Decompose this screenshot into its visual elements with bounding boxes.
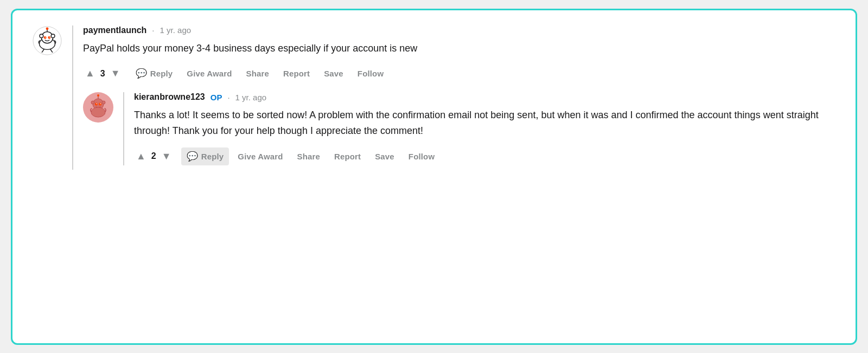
svg-point-3 [40,34,43,37]
comment-2-text: Thanks a lot! It seems to be sorted now!… [134,107,836,139]
upvote-btn-1[interactable]: ▲ [83,67,97,80]
report-btn-1[interactable]: Report [278,66,315,81]
timestamp-2: 1 yr. ago [235,93,267,102]
comment-2: kieranbrowne123 OP · 1 yr. ago Thanks a … [83,92,836,165]
reply-label-1: Reply [150,69,173,78]
follow-label-2: Follow [409,152,435,161]
svg-point-15 [95,103,98,106]
give-award-label-2: Give Award [238,152,283,161]
dot-2: · [227,93,229,102]
vote-area-2: ▲ 2 ▼ [134,150,174,163]
share-label-2: Share [297,152,320,161]
username-kieranbrowne123: kieranbrowne123 [134,92,205,102]
svg-point-5 [44,36,47,38]
reply-icon-2: 💬 [187,151,198,162]
save-btn-2[interactable]: Save [369,149,400,164]
svg-point-13 [91,101,94,104]
svg-point-7 [45,36,46,37]
downvote-btn-1[interactable]: ▼ [108,67,123,80]
share-btn-2[interactable]: Share [292,149,326,164]
svg-point-18 [100,104,101,105]
dot-1: · [152,25,154,35]
reply-btn-1[interactable]: 💬 Reply [130,65,178,82]
upvote-btn-2[interactable]: ▲ [134,150,148,163]
give-award-label-1: Give Award [187,69,232,78]
comment-1-text: PayPal holds your money 3-4 business day… [83,41,836,56]
avatar-kieranbrowne123 [83,92,113,123]
save-btn-1[interactable]: Save [318,66,349,81]
svg-point-21 [97,94,99,97]
comment-2-actions: ▲ 2 ▼ 💬 Reply Give Award [134,147,836,165]
vote-area-1: ▲ 3 ▼ [83,67,123,80]
svg-point-14 [102,101,105,104]
comment-1-actions: ▲ 3 ▼ 💬 Reply Give Award Share Report [83,65,836,82]
comment-1: paymentlaunch · 1 yr. ago PayPal holds y… [32,25,836,170]
svg-point-8 [49,36,50,37]
comments-card: paymentlaunch · 1 yr. ago PayPal holds y… [11,9,857,345]
follow-btn-2[interactable]: Follow [403,149,440,164]
vote-count-2: 2 [151,151,156,161]
svg-point-10 [46,27,49,30]
report-btn-2[interactable]: Report [329,149,366,164]
report-label-2: Report [334,152,361,161]
svg-point-19 [91,107,105,117]
reply-icon-1: 💬 [136,68,147,79]
share-btn-1[interactable]: Share [241,66,275,81]
avatar-paymentlaunch [32,25,62,56]
save-label-1: Save [324,69,343,78]
downvote-btn-2[interactable]: ▼ [159,150,174,163]
nested-comment: kieranbrowne123 OP · 1 yr. ago Thanks a … [83,92,836,165]
svg-point-4 [51,34,55,37]
reply-label-2: Reply [201,152,224,161]
comment-2-body: kieranbrowne123 OP · 1 yr. ago Thanks a … [123,92,836,165]
svg-point-17 [96,104,97,105]
report-label-1: Report [283,69,310,78]
vote-count-1: 3 [100,69,105,79]
comment-1-header: paymentlaunch · 1 yr. ago [83,25,836,35]
share-label-1: Share [246,69,269,78]
svg-point-6 [48,36,50,38]
reply-btn-2[interactable]: 💬 Reply [181,147,229,165]
timestamp-1: 1 yr. ago [160,25,192,35]
op-badge: OP [210,93,222,102]
comment-1-body: paymentlaunch · 1 yr. ago PayPal holds y… [72,25,836,170]
follow-btn-1[interactable]: Follow [352,66,389,81]
comment-2-header: kieranbrowne123 OP · 1 yr. ago [134,92,836,102]
username-paymentlaunch: paymentlaunch [83,25,146,35]
svg-point-16 [99,103,101,106]
give-award-btn-1[interactable]: Give Award [181,66,237,81]
save-label-2: Save [375,152,394,161]
svg-point-2 [41,31,53,43]
follow-label-1: Follow [358,69,384,78]
give-award-btn-2[interactable]: Give Award [232,149,288,164]
